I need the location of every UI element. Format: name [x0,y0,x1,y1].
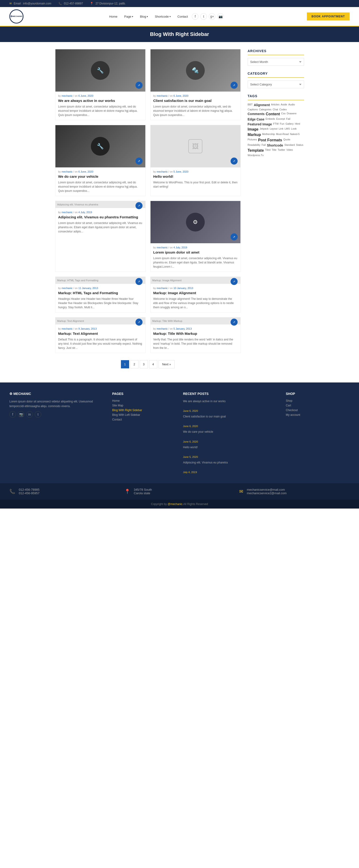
post-title-link[interactable]: Markup: Title With Markup [153,332,197,336]
nav-shortcode[interactable]: Shortcode ▾ [152,13,173,20]
date-link[interactable]: 5 June, 2020 [174,170,188,173]
tag-quote[interactable]: Quote [283,138,291,142]
share-button[interactable]: ⇗ [231,82,238,89]
share-button[interactable]: ⇗ [136,82,143,89]
tag-ftw[interactable]: FTW [273,122,279,126]
tag-layout[interactable]: Layout [270,127,277,131]
tag-chat[interactable]: Chat [273,108,278,111]
footer-contact-link[interactable]: Contact [112,418,176,421]
tag-link[interactable]: Link [279,127,283,131]
author-link[interactable]: mechanic [157,170,168,173]
tag-mothership[interactable]: Mothership [262,133,275,137]
nav-home[interactable]: Home [107,13,120,20]
date-link[interactable]: 10 January, 2013 [174,287,193,289]
footer-twitter-link[interactable]: t [35,411,41,418]
tag-fail[interactable]: Fail [286,117,291,121]
post-title-link[interactable]: We are always active in our works [58,99,115,102]
tag-codex[interactable]: Codex [279,108,287,111]
tag-categories[interactable]: Categories [259,108,271,111]
brand-link[interactable]: @mechanic [168,502,183,506]
recent-post-link-4[interactable]: Hello world! [183,445,279,450]
post-title-link[interactable]: Markup: HTML Tags and Formatting [58,291,118,295]
date-link[interactable]: 11 January, 2013 [79,287,98,289]
tag-readability[interactable]: Readability [248,144,260,147]
tag-look[interactable]: Look [291,127,297,131]
tag-markup[interactable]: Markup [248,133,261,137]
tag-html[interactable]: Html [295,122,300,126]
tag-articles[interactable]: Articles [271,103,279,107]
tag-aside[interactable]: Aside [280,103,287,107]
tag-title[interactable]: Title [272,148,276,153]
tag-video[interactable]: Video [287,148,293,153]
share-button[interactable]: ⇗ [136,158,143,164]
tag-embeds[interactable]: Embeds [266,117,275,121]
post-title-link[interactable]: Adipiscing elit. Vivamus eu pharetra For… [58,215,138,219]
tag-twitter[interactable]: Twitter [277,148,285,153]
author-link[interactable]: mechanic [157,94,168,97]
footer-blog-left-link[interactable]: Blog With Left Sidebar [112,413,176,416]
tag-naked-5[interactable]: Naked-5 [290,133,300,137]
nav-blog[interactable]: Blog ▾ [137,13,151,20]
tag-standard[interactable]: Standard [285,144,295,147]
twitter-link[interactable]: t [200,13,207,20]
page-2-button[interactable]: 2 [130,360,139,368]
post-title-link[interactable]: Lorem ipsum dolor sit amet [153,250,200,254]
archives-select[interactable]: Select Month [248,58,304,66]
tag-fun[interactable]: Fun [280,122,285,126]
tag-wordpress.tv[interactable]: Wordpress.Tv [248,154,264,157]
category-select[interactable]: Select Category [248,81,304,88]
tag-css[interactable]: Css [281,112,286,116]
recent-post-link-3[interactable]: We do care your vehicle [183,430,279,434]
author-link[interactable]: mechanic [157,327,168,330]
author-link[interactable]: mechanic [61,170,72,173]
page-4-button[interactable]: 4 [149,360,157,368]
footer-home-link[interactable]: Home [112,399,176,402]
tag-content[interactable]: Content [266,112,280,116]
nav-contact[interactable]: Contact [175,13,191,20]
instagram-link[interactable]: 📷 [217,13,224,20]
tag-comments[interactable]: Comments [248,112,265,116]
footer-facebook-link[interactable]: f [9,411,16,418]
footer-instagram-link[interactable]: 📷 [18,411,24,418]
page-3-button[interactable]: 3 [140,360,148,368]
author-link[interactable]: mechanic [61,211,72,214]
post-title-link[interactable]: We do care your vehicle [58,175,98,179]
author-link[interactable]: mechanic [61,287,72,289]
date-link[interactable]: 9 January, 2013 [79,327,97,330]
book-appointment-button[interactable]: BOOK APPOINTMENT [307,12,350,21]
tag-bbt[interactable]: BBT [248,103,252,107]
tag-post-formats[interactable]: Post Formats [258,138,282,142]
footer-checkout-link[interactable]: Checkout [286,408,350,412]
recent-post-link-1[interactable]: We are always active in our works [183,399,279,404]
tag-jetpack[interactable]: Jetpack [260,127,269,131]
date-link[interactable]: 6 June, 2020 [79,94,93,97]
tag-image[interactable]: Image [248,127,259,131]
tag-must-read[interactable]: Must-Read [276,133,289,137]
date-link[interactable]: 4 July, 2019 [174,246,187,249]
date-link[interactable]: 4 July, 2019 [79,211,92,214]
author-link[interactable]: mechanic [157,246,168,249]
tag-excerpt[interactable]: Excerpt [276,117,285,121]
post-title-link[interactable]: Markup: Image Alignment [153,291,196,295]
tag-pictures[interactable]: Pictures [248,138,257,142]
footer-cart-link[interactable]: Cart [286,404,350,407]
author-link[interactable]: mechanic [157,287,168,289]
footer-myaccount-link[interactable]: My account [286,413,350,416]
date-link[interactable]: 6 June, 2020 [174,94,188,97]
recent-post-link-5[interactable]: Adipiscing elit. Vivamus eu pharetra [183,460,279,465]
tag-shortcode[interactable]: Shortcode [267,144,283,147]
facebook-link[interactable]: f [192,13,199,20]
date-link[interactable]: 6 June, 2020 [79,170,93,173]
share-button[interactable]: ⇗ [231,158,238,164]
tag-captions[interactable]: Captions [248,108,258,111]
author-link[interactable]: mechanic [61,94,72,97]
tag-gallery[interactable]: Gallery [286,122,294,126]
tag-fail[interactable]: Fail [262,144,266,147]
tag-audio[interactable]: Audio [288,103,295,107]
nav-page[interactable]: Page ▾ [121,13,136,20]
tag-template[interactable]: Template [248,148,264,153]
post-title-link[interactable]: Markup: Text Alignment [58,332,98,336]
next-page-button[interactable]: Next » [158,360,175,368]
share-button[interactable]: ⇗ [231,234,238,241]
recent-post-link-2[interactable]: Client satisfaction is our main goal [183,414,279,419]
